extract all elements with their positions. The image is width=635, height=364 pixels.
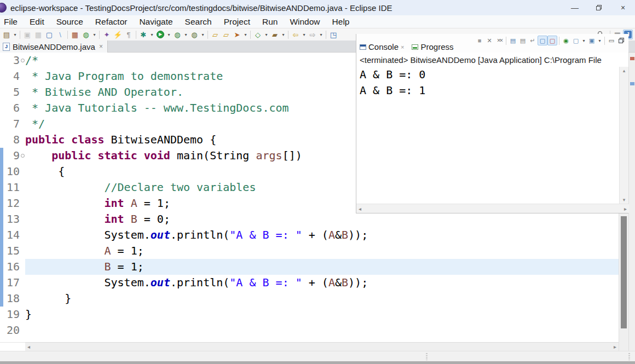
new-package-dropdown-icon[interactable]: ▾ bbox=[280, 29, 286, 40]
launch-dropdown-icon[interactable]: ▾ bbox=[243, 29, 249, 40]
console-horizontal-scrollbar[interactable]: ◂ ▸ bbox=[356, 204, 629, 213]
editor-horizontal-scrollbar[interactable]: ◂ ▸ bbox=[0, 342, 619, 351]
code-line[interactable]: 16 B = 1; bbox=[0, 259, 619, 275]
new-java-class-button[interactable]: ◇ bbox=[252, 29, 263, 40]
menu-search[interactable]: Search bbox=[179, 15, 218, 28]
scroll-down-arrow-icon[interactable]: ▾ bbox=[623, 197, 626, 203]
code-line-text: B = 1; bbox=[25, 259, 619, 275]
new-class-dropdown-icon[interactable]: ▾ bbox=[263, 29, 269, 40]
save-all-button[interactable]: ▦ bbox=[33, 29, 44, 40]
coverage-g-dropdown-icon[interactable]: ▾ bbox=[91, 29, 97, 40]
new-wizard-button[interactable]: ▤ bbox=[1, 29, 12, 40]
sash-grip[interactable] bbox=[628, 353, 630, 360]
sash-grip[interactable] bbox=[426, 353, 428, 360]
scroll-up-arrow-icon[interactable]: ▴ bbox=[623, 68, 626, 73]
new-wizard-dropdown-icon[interactable]: ▾ bbox=[12, 29, 18, 40]
fold-column bbox=[20, 100, 25, 116]
external-tools-lightning-button[interactable]: ⚡ bbox=[112, 29, 123, 40]
run-dropdown-icon[interactable]: ▾ bbox=[166, 29, 172, 40]
fold-marker-icon[interactable] bbox=[21, 59, 25, 62]
menu-help[interactable]: Help bbox=[326, 15, 356, 28]
debug-button[interactable]: ✱ bbox=[138, 29, 149, 40]
open-console-view-button[interactable]: ▢ bbox=[44, 29, 55, 40]
run-button[interactable]: ▶ bbox=[155, 29, 166, 40]
annotation-marker[interactable] bbox=[630, 57, 634, 60]
menu-navigate[interactable]: Navigate bbox=[133, 15, 178, 28]
console-output-line[interactable]: A & B =: 1 bbox=[356, 83, 619, 99]
forward-button[interactable]: ⇨ bbox=[307, 29, 318, 40]
flashlight-button[interactable]: ✦ bbox=[101, 29, 112, 40]
scroll-right-arrow-icon[interactable]: ▸ bbox=[624, 206, 627, 212]
coverage-dropdown-icon[interactable]: ▾ bbox=[183, 29, 189, 40]
console-output[interactable]: A & B =: 0A & B =: 1 bbox=[356, 67, 619, 204]
clear-console-button[interactable]: ▤ bbox=[508, 36, 518, 45]
fold-column bbox=[20, 227, 25, 243]
menu-project[interactable]: Project bbox=[218, 15, 256, 28]
scroll-lock-button[interactable]: ▤ bbox=[518, 36, 528, 45]
menu-source[interactable]: Source bbox=[50, 15, 89, 28]
fold-marker-icon[interactable] bbox=[21, 154, 25, 158]
code-line[interactable]: 18 } bbox=[0, 291, 619, 307]
menu-run[interactable]: Run bbox=[256, 15, 284, 28]
menu-edit[interactable]: Edit bbox=[24, 15, 50, 28]
scroll-left-arrow-icon[interactable]: ◂ bbox=[27, 344, 30, 350]
new-package-button[interactable]: ▰ bbox=[269, 29, 280, 40]
coverage-button[interactable]: ◍ bbox=[172, 29, 183, 40]
word-wrap-button[interactable]: ↵ bbox=[528, 36, 538, 45]
menu-refactor[interactable]: Refactor bbox=[89, 15, 134, 28]
scrollbar-thumb[interactable] bbox=[621, 216, 627, 328]
scroll-left-arrow-icon[interactable]: ◂ bbox=[359, 206, 361, 212]
debug-dropdown-icon[interactable]: ▾ bbox=[149, 29, 155, 40]
code-line[interactable]: 20 bbox=[0, 322, 619, 338]
code-line[interactable]: 14 System.out.println("A & B =: " + (A&B… bbox=[0, 227, 619, 243]
skip-all-breakpoints-button[interactable]: \ bbox=[55, 29, 66, 40]
code-line[interactable]: 15 A = 1; bbox=[0, 243, 619, 259]
profile-button[interactable]: ◍ bbox=[189, 29, 200, 40]
terminate-button[interactable]: ■ bbox=[475, 36, 484, 45]
menu-file[interactable]: File bbox=[0, 15, 24, 28]
open-console-dropdown-icon[interactable]: ▾ bbox=[597, 35, 603, 46]
overview-ruler[interactable] bbox=[628, 53, 635, 351]
show-stdout-button[interactable]: ▢ bbox=[538, 36, 547, 45]
open-folder-button[interactable]: ▱ bbox=[210, 29, 221, 40]
close-button[interactable]: × bbox=[611, 0, 635, 15]
console-vertical-scrollbar[interactable]: ▴ ▾ bbox=[619, 67, 628, 204]
occurrence-marker[interactable] bbox=[630, 82, 634, 85]
restore-button[interactable] bbox=[587, 0, 611, 15]
profile-dropdown-icon[interactable]: ▾ bbox=[200, 29, 206, 40]
console-output-line[interactable]: A & B =: 0 bbox=[356, 67, 619, 83]
build-grid-button[interactable]: ▦ bbox=[70, 29, 80, 40]
display-console-button[interactable]: ▢ bbox=[571, 36, 581, 45]
open-console-button[interactable]: ▣ bbox=[587, 36, 597, 45]
console-tab-progress[interactable]: Progress bbox=[412, 42, 453, 51]
code-line[interactable]: 21 bbox=[0, 338, 619, 342]
launch-rocket-button[interactable]: ➤ bbox=[232, 29, 243, 40]
code-line[interactable]: 13 int B = 0; bbox=[0, 211, 619, 227]
show-stderr-button[interactable]: ▢ bbox=[547, 36, 557, 45]
minimize-view-button[interactable]: ▭ bbox=[607, 36, 616, 45]
remove-all-terminated-button[interactable]: ✕✕ bbox=[494, 36, 504, 45]
back-button[interactable]: ⇦ bbox=[290, 29, 301, 40]
console-tab-console[interactable]: Console× bbox=[360, 42, 404, 51]
display-console-dropdown-icon[interactable]: ▾ bbox=[581, 35, 587, 46]
coverage-g-button[interactable]: ◍ bbox=[80, 29, 91, 40]
remove-launch-button[interactable]: ✕ bbox=[484, 36, 494, 45]
tab-close-icon[interactable]: × bbox=[99, 43, 103, 50]
save-button[interactable]: ▣ bbox=[22, 29, 33, 40]
code-line[interactable]: 17 System.out.println("A & B =: " + (A&B… bbox=[0, 275, 619, 291]
back-dropdown-icon[interactable]: ▾ bbox=[301, 29, 307, 40]
minimize-button[interactable]: — bbox=[563, 0, 587, 15]
pin-console-button[interactable]: ◉ bbox=[561, 36, 571, 45]
console-tab-label: Console bbox=[368, 42, 399, 51]
fold-column bbox=[20, 116, 25, 132]
forward-dropdown-icon[interactable]: ▾ bbox=[318, 29, 324, 40]
scroll-right-arrow-icon[interactable]: ▸ bbox=[614, 344, 616, 350]
menu-window[interactable]: Window bbox=[284, 15, 326, 28]
tab-bitwiseanddemo[interactable]: J BitwiseANDDemo.java × bbox=[0, 41, 108, 53]
last-edit-location-button[interactable]: ◳ bbox=[328, 29, 339, 40]
show-whitespace-button[interactable]: ¶ bbox=[123, 29, 134, 40]
console-tab-close-icon[interactable]: × bbox=[401, 44, 404, 50]
open-folder-2-button[interactable]: ▱ bbox=[221, 29, 232, 40]
maximize-view-button[interactable] bbox=[616, 36, 626, 45]
code-line[interactable]: 19} bbox=[0, 307, 619, 322]
